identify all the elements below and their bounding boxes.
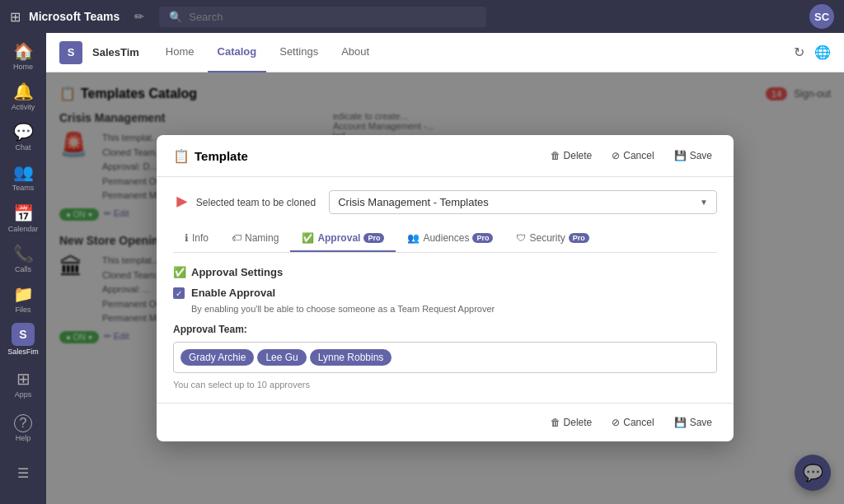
modal-title: 📋 Template bbox=[173, 148, 248, 164]
selected-team-label-group: ◄ Selected team to be cloned bbox=[173, 192, 316, 213]
audiences-icon: 👥 bbox=[407, 232, 420, 244]
home-icon: 🏠 bbox=[13, 41, 34, 61]
tab-approval[interactable]: ✅ Approval Pro bbox=[290, 226, 396, 252]
app-nav-icons: ↻ 🌐 bbox=[794, 44, 831, 60]
sidebar-item-calls[interactable]: 📞 Calls bbox=[2, 239, 45, 278]
tab-home[interactable]: Home bbox=[156, 33, 204, 72]
modal-actions: 🗑 Delete ⊘ Cancel 💾 Save bbox=[546, 147, 717, 165]
sidebar-item-activity[interactable]: 🔔 Activity bbox=[2, 77, 45, 115]
top-bar: ⊞ Microsoft Teams ✏ 🔍 SC bbox=[0, 0, 844, 33]
globe-icon[interactable]: 🌐 bbox=[814, 44, 831, 60]
search-input[interactable] bbox=[189, 11, 476, 23]
approver-tag-grady[interactable]: Grady Archie bbox=[181, 349, 254, 366]
approval-section-title: ✅ Approval Settings bbox=[173, 266, 717, 278]
modal-footer: 🗑 Delete ⊘ Cancel 💾 Save bbox=[157, 403, 734, 441]
edit-icon[interactable]: ✏ bbox=[134, 10, 144, 23]
approval-settings-icon: ✅ bbox=[173, 266, 186, 278]
modal-body: ◄ Selected team to be cloned Crisis Mana… bbox=[157, 177, 734, 403]
tab-settings[interactable]: Settings bbox=[270, 33, 328, 72]
teams-icon: 👥 bbox=[13, 162, 34, 182]
template-modal: 📋 Template 🗑 Delete ⊘ Cancel bbox=[157, 135, 734, 441]
save-button[interactable]: 💾 Save bbox=[669, 147, 717, 165]
tab-catalog[interactable]: Catalog bbox=[208, 33, 267, 72]
files-icon: 📁 bbox=[13, 284, 34, 304]
delete-icon: 🗑 bbox=[551, 150, 560, 161]
naming-icon: 🏷 bbox=[232, 232, 241, 244]
refresh-icon[interactable]: ↻ bbox=[794, 44, 804, 60]
footer-delete-button[interactable]: 🗑 Delete bbox=[546, 413, 598, 432]
sidebar-bottom: ⊞ Apps ? Help ☰ bbox=[2, 362, 45, 501]
grid-icon[interactable]: ⊞ bbox=[10, 9, 21, 25]
approver-select-hint: You can select up to 10 approvers bbox=[173, 380, 717, 390]
modal-header: 📋 Template 🗑 Delete ⊘ Cancel bbox=[157, 135, 734, 177]
footer-delete-icon: 🗑 bbox=[551, 417, 560, 428]
salesfim-icon: S bbox=[12, 323, 35, 346]
modal-title-icon: 📋 bbox=[173, 148, 190, 164]
footer-cancel-button[interactable]: ⊘ Cancel bbox=[607, 413, 659, 432]
manage-icon: ☰ bbox=[17, 465, 29, 481]
calls-icon: 📞 bbox=[13, 244, 34, 264]
approver-tag-lynne[interactable]: Lynne Robbins bbox=[310, 349, 392, 366]
chevron-down-icon: ▼ bbox=[700, 198, 708, 207]
sidebar-item-manage[interactable]: ☰ bbox=[2, 451, 45, 494]
info-icon: ℹ bbox=[185, 232, 189, 244]
search-icon: 🔍 bbox=[169, 11, 182, 23]
approval-content: ✅ Approval Settings ✓ Enable Approval By… bbox=[173, 266, 717, 390]
search-box[interactable]: 🔍 bbox=[159, 7, 485, 27]
security-icon: 🛡 bbox=[516, 232, 526, 244]
footer-save-button[interactable]: 💾 Save bbox=[669, 413, 717, 432]
tab-about[interactable]: About bbox=[331, 33, 379, 72]
approval-icon: ✅ bbox=[302, 232, 314, 244]
tab-naming[interactable]: 🏷 Naming bbox=[220, 226, 290, 252]
app-logo: S bbox=[59, 41, 82, 64]
activity-icon: 🔔 bbox=[13, 82, 34, 101]
approval-team-label: Approval Team: bbox=[173, 324, 717, 335]
sidebar-item-teams[interactable]: 👥 Teams bbox=[2, 158, 45, 197]
approver-tags-container[interactable]: Grady Archie Lee Gu Lynne Robbins bbox=[173, 342, 717, 373]
approver-tag-lee[interactable]: Lee Gu bbox=[257, 349, 306, 366]
sidebar-item-help[interactable]: ? Help bbox=[2, 407, 45, 450]
footer-cancel-icon: ⊘ bbox=[612, 417, 620, 428]
sidebar-item-calendar[interactable]: 📅 Calendar bbox=[2, 198, 45, 237]
sidebar-item-apps[interactable]: ⊞ Apps bbox=[2, 362, 45, 405]
delete-button[interactable]: 🗑 Delete bbox=[546, 147, 598, 165]
tab-audiences[interactable]: 👥 Audiences Pro bbox=[396, 226, 504, 252]
help-icon: ? bbox=[14, 414, 32, 432]
sidebar-item-salesfim[interactable]: S SalesFim bbox=[2, 320, 45, 359]
team-select[interactable]: Crisis Management - Templates ▼ bbox=[329, 190, 717, 214]
audiences-pro-badge: Pro bbox=[472, 233, 493, 243]
content-area: S SalesTim Home Catalog Settings About ↻… bbox=[46, 33, 844, 504]
enable-approval-checkbox[interactable]: ✓ bbox=[173, 287, 185, 299]
app-nav: S SalesTim Home Catalog Settings About ↻… bbox=[46, 33, 844, 72]
cancel-icon: ⊘ bbox=[612, 150, 620, 161]
team-select-value: Crisis Management - Templates bbox=[338, 196, 700, 208]
enable-approval-row: ✓ Enable Approval bbox=[173, 287, 717, 299]
footer-save-icon: 💾 bbox=[674, 417, 687, 428]
sidebar-item-chat[interactable]: 💬 Chat bbox=[2, 118, 45, 156]
arrow-icon: ◄ bbox=[173, 192, 191, 213]
apps-icon: ⊞ bbox=[16, 369, 30, 389]
modal-tab-bar: ℹ Info 🏷 Naming ✅ Approval Pro bbox=[173, 226, 717, 253]
selected-team-row: ◄ Selected team to be cloned Crisis Mana… bbox=[173, 190, 717, 214]
enable-approval-desc: By enabling you'll be able to choose som… bbox=[191, 304, 717, 314]
avatar[interactable]: SC bbox=[809, 4, 834, 29]
tab-info[interactable]: ℹ Info bbox=[173, 226, 220, 252]
app-title: Microsoft Teams bbox=[29, 10, 120, 23]
enable-approval-label: Enable Approval bbox=[191, 287, 275, 299]
security-pro-badge: Pro bbox=[569, 233, 589, 243]
selected-team-label: Selected team to be cloned bbox=[196, 197, 316, 208]
cancel-button[interactable]: ⊘ Cancel bbox=[607, 147, 659, 165]
save-icon: 💾 bbox=[674, 150, 687, 161]
chat-icon: 💬 bbox=[13, 122, 34, 142]
calendar-icon: 📅 bbox=[13, 203, 34, 223]
sidebar-item-files[interactable]: 📁 Files bbox=[2, 280, 45, 319]
app-name: SalesTim bbox=[92, 46, 139, 58]
sidebar-item-home[interactable]: 🏠 Home bbox=[2, 36, 45, 75]
sidebar: 🏠 Home 🔔 Activity 💬 Chat 👥 Teams 📅 Calen… bbox=[0, 33, 46, 504]
tab-security[interactable]: 🛡 Security Pro bbox=[504, 226, 600, 252]
approval-pro-badge: Pro bbox=[363, 233, 384, 243]
